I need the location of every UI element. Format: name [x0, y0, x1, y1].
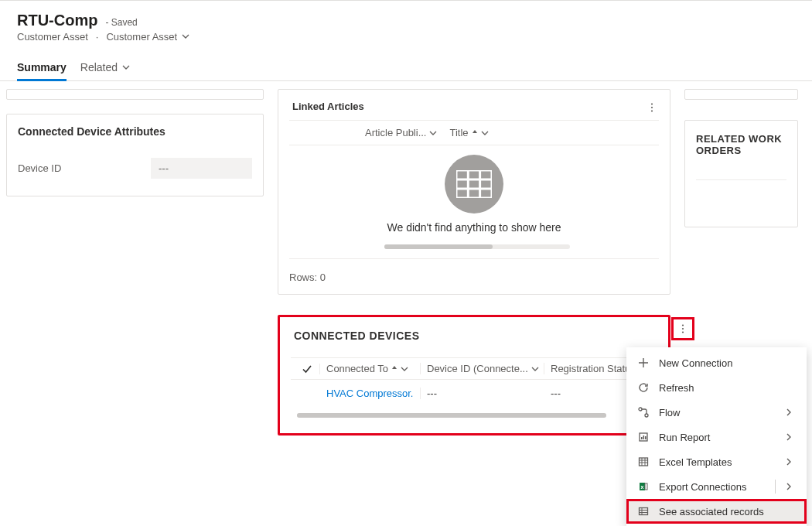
- flow-icon: [637, 406, 650, 418]
- svg-rect-24: [645, 483, 647, 490]
- horizontal-scrollbar[interactable]: [297, 413, 606, 418]
- separator-dot: ·: [96, 31, 99, 43]
- tab-summary[interactable]: Summary: [17, 56, 67, 81]
- cda-title: Connected Device Attributes: [18, 125, 252, 138]
- excel-tmpl-icon: [637, 456, 650, 468]
- tab-related[interactable]: Related: [80, 56, 130, 81]
- linked-articles-card: Linked Articles Article Publi... Title: [278, 89, 670, 295]
- menu-item-export-connections[interactable]: xExport Connections: [626, 474, 807, 499]
- select-all-checkbox[interactable]: [294, 364, 320, 374]
- chevron-right-icon: [785, 433, 796, 441]
- left-card-stub: [6, 89, 264, 100]
- records-icon: [637, 505, 650, 517]
- chevron-right-icon: [785, 458, 796, 466]
- chevron-right-icon: [785, 483, 796, 490]
- empty-grid-icon: [445, 155, 503, 213]
- page-title: RTU-Comp: [17, 12, 97, 29]
- chevron-down-icon: [401, 365, 408, 373]
- form-switcher-label: Customer Asset: [106, 31, 177, 43]
- related-work-orders-card: RELATED WORK ORDERS: [684, 120, 798, 227]
- device-id-field[interactable]: ---: [151, 158, 252, 179]
- svg-point-10: [682, 331, 684, 333]
- menu-item-label: See associated records: [659, 506, 796, 517]
- menu-item-label: Flow: [659, 407, 776, 418]
- empty-message: We didn't find anything to show here: [387, 221, 561, 234]
- svg-point-2: [651, 110, 653, 111]
- menu-item-label: Export Connections: [659, 481, 766, 493]
- rows-count-label: Rows: 0: [289, 272, 659, 283]
- connected-device-attributes-card: Connected Device Attributes Device ID --…: [6, 114, 264, 196]
- chevron-down-icon: [531, 365, 539, 373]
- svg-point-0: [651, 103, 653, 104]
- connected-to-link[interactable]: HVAC Compressor.: [326, 388, 413, 399]
- menu-item-label: Run Report: [659, 432, 776, 443]
- menu-item-flow[interactable]: Flow: [626, 400, 807, 425]
- entity-type-label: Customer Asset: [17, 31, 88, 43]
- excel-exp-icon: x: [637, 480, 650, 493]
- menu-item-see-associated-records[interactable]: See associated records: [626, 499, 807, 524]
- horizontal-scrollbar[interactable]: [384, 244, 570, 249]
- linked-articles-title: Linked Articles: [292, 101, 656, 112]
- refresh-icon: [637, 381, 650, 394]
- menu-item-excel-templates[interactable]: Excel Templates: [626, 449, 807, 474]
- column-header-article[interactable]: Article Publi...: [365, 127, 437, 138]
- sort-asc-icon: [472, 129, 478, 137]
- related-work-orders-title: RELATED WORK ORDERS: [696, 133, 786, 156]
- menu-item-label: Refresh: [659, 382, 796, 394]
- plus-icon: [637, 357, 650, 369]
- menu-item-label: Excel Templates: [659, 456, 776, 468]
- chevron-down-icon: [182, 32, 189, 40]
- sort-asc-icon: [391, 365, 397, 373]
- context-menu: New ConnectionRefreshFlowRun ReportExcel…: [626, 347, 807, 526]
- chevron-down-icon: [481, 129, 489, 137]
- column-header-device-id[interactable]: Device ID (Connecte...: [421, 363, 544, 374]
- svg-rect-15: [643, 435, 645, 439]
- menu-item-refresh[interactable]: Refresh: [626, 375, 807, 400]
- separator: [775, 480, 776, 494]
- svg-rect-25: [640, 508, 648, 515]
- menu-item-label: New Connection: [659, 357, 796, 369]
- connected-devices-card: CONNECTED DEVICES Connected To Device ID…: [278, 315, 670, 435]
- tab-related-label: Related: [80, 61, 118, 73]
- more-commands-button[interactable]: [671, 317, 694, 340]
- device-id-label: Device ID: [18, 162, 142, 174]
- svg-rect-17: [640, 458, 648, 466]
- svg-rect-16: [645, 436, 647, 439]
- svg-point-11: [639, 408, 642, 411]
- svg-text:x: x: [641, 484, 644, 490]
- column-header-title[interactable]: Title: [449, 127, 488, 138]
- svg-rect-3: [456, 170, 492, 198]
- chevron-down-icon: [429, 129, 437, 137]
- chevron-right-icon: [785, 408, 796, 416]
- cell-device-id: ---: [421, 388, 544, 399]
- right-card-stub: [684, 89, 798, 100]
- svg-rect-14: [641, 437, 643, 439]
- menu-item-run-report[interactable]: Run Report: [626, 425, 807, 449]
- table-row[interactable]: HVAC Compressor. --- ---: [291, 380, 657, 407]
- svg-point-1: [651, 107, 653, 108]
- report-icon: [637, 431, 650, 443]
- column-header-connected-to[interactable]: Connected To: [320, 363, 421, 374]
- connected-devices-title: CONNECTED DEVICES: [294, 330, 654, 342]
- chevron-down-icon: [122, 63, 130, 71]
- menu-item-new-connection[interactable]: New Connection: [626, 350, 807, 375]
- more-commands-button[interactable]: [640, 96, 664, 119]
- saved-indicator: - Saved: [105, 17, 137, 28]
- svg-point-9: [682, 328, 684, 330]
- svg-point-8: [682, 324, 684, 326]
- svg-point-12: [645, 414, 648, 417]
- form-switcher[interactable]: Customer Asset: [106, 31, 189, 43]
